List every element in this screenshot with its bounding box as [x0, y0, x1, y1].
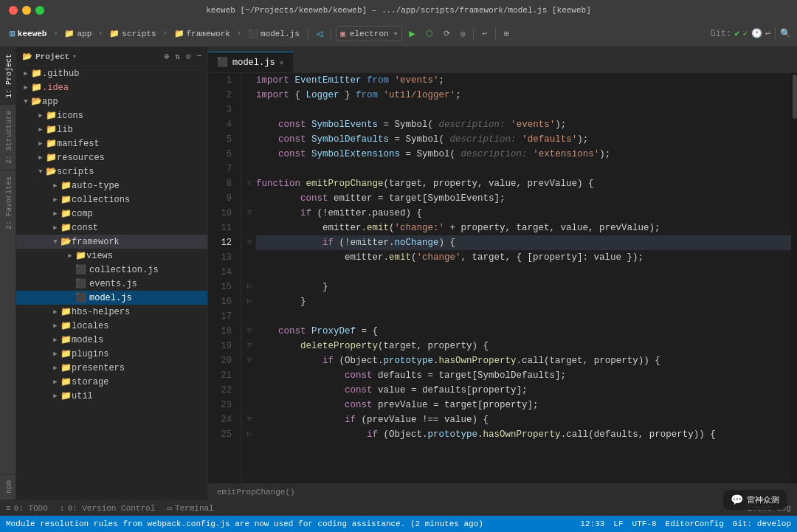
- tree-node-util[interactable]: ▶ 📁 util: [16, 389, 207, 403]
- app-icon[interactable]: ⊠ keeweb: [6, 26, 50, 42]
- wechat-icon: 💬: [731, 494, 743, 506]
- tree-node-scripts[interactable]: ▼ 📂 scripts: [16, 165, 207, 179]
- tree-add-icon[interactable]: ⊕: [165, 52, 170, 61]
- tree-node-icons[interactable]: ▶ 📁 icons: [16, 108, 207, 122]
- maximize-button[interactable]: [35, 6, 44, 15]
- chevron-icon: ▶: [52, 364, 59, 372]
- tab-label: 9: Version Control: [67, 504, 155, 513]
- git-check-icon: ✔: [734, 28, 739, 39]
- tree-node-views[interactable]: ▶ 📁 views: [16, 249, 207, 263]
- tree-node-autotype[interactable]: ▶ 📁 auto-type: [16, 179, 207, 193]
- ln-14: 14: [208, 265, 232, 280]
- tree-node-manifest[interactable]: ▶ 📁 manifest: [16, 137, 207, 151]
- tree-node-models[interactable]: ▶ 📁 models: [16, 333, 207, 347]
- tree-node-lib[interactable]: ▶ 📁 lib: [16, 122, 207, 137]
- folder-icon-3: 📁: [174, 29, 184, 38]
- chevron-icon: ▼: [37, 168, 44, 176]
- separator-4: [495, 27, 496, 41]
- tab-close-button[interactable]: ✕: [280, 58, 284, 67]
- tree-sort-icon[interactable]: ⇅: [175, 52, 180, 61]
- wechat-label: 雷神众测: [747, 494, 779, 505]
- tree-settings-icon[interactable]: ⚙: [186, 52, 191, 61]
- tab-model-js[interactable]: ⬛ model.js ✕: [208, 52, 294, 72]
- token: = Symbol(: [389, 132, 444, 147]
- breadcrumb-label-4: model.js: [261, 30, 300, 38]
- chevron-icon: ▶: [37, 111, 44, 120]
- ln-15: 15: [208, 280, 232, 294]
- chevron-icon: ▶: [52, 378, 59, 386]
- tree-collapse-icon[interactable]: −: [196, 52, 201, 61]
- undo-button[interactable]: ↩: [478, 27, 491, 41]
- tree-node-idea[interactable]: ▶ 📁 .idea: [16, 80, 207, 94]
- minimap: [791, 73, 797, 483]
- code-line-5: const SymbolDefaults = Symbol( descripti…: [256, 132, 791, 147]
- token: (target, property) {: [378, 339, 489, 353]
- step-over-button[interactable]: ⟳: [440, 27, 454, 41]
- code-line-23: const prevValue = target[property];: [256, 398, 791, 412]
- run-button[interactable]: ▶: [405, 25, 418, 42]
- project-button[interactable]: ⊞: [500, 27, 513, 41]
- breadcrumb-scripts[interactable]: 📁 scripts: [106, 27, 159, 41]
- tree-node-framework[interactable]: ▼ 📂 framework: [16, 235, 207, 249]
- back-button[interactable]: ◁: [313, 25, 326, 42]
- todo-icon: ≡: [6, 504, 11, 513]
- tree-node-hbs[interactable]: ▶ 📁 hbs-helpers: [16, 305, 207, 319]
- tree-header: 📂 Project ▾ ⊕ ⇅ ⚙ −: [16, 47, 207, 66]
- token: [300, 176, 306, 191]
- breadcrumb-file[interactable]: ⬛ model.js: [244, 27, 303, 41]
- code-line-2: import { Logger } from 'util/logger' ;: [256, 88, 791, 103]
- code-line-14: [256, 265, 791, 280]
- side-tab-npm[interactable]: npm: [0, 474, 15, 500]
- tree-node-resources[interactable]: ▶ 📁 resources: [16, 151, 207, 165]
- chevron-icon: ▶: [52, 350, 59, 358]
- tree-node-events-js[interactable]: ⬛ events.js: [16, 277, 207, 291]
- folder-icon-1: 📁: [64, 29, 75, 38]
- search-icon[interactable]: 🔍: [780, 28, 791, 39]
- token: [528, 147, 534, 162]
- tree-node-const[interactable]: ▶ 📁 const: [16, 221, 207, 235]
- side-tab-favorites[interactable]: 2: Favorites: [0, 170, 15, 235]
- tree-node-presenters[interactable]: ▶ 📁 presenters: [16, 361, 207, 375]
- tree-node-comp[interactable]: ▶ 📁 comp: [16, 207, 207, 221]
- side-tab-project[interactable]: 1: Project: [0, 47, 15, 104]
- folder-icon-manifest: 📁: [46, 138, 57, 149]
- status-message: Module resolution rules from webpack.con…: [6, 519, 483, 528]
- side-tab-structure[interactable]: 2: Structure: [0, 104, 15, 170]
- tree-node-storage[interactable]: ▶ 📁 storage: [16, 375, 207, 389]
- coverage-button[interactable]: ◎: [457, 27, 469, 41]
- folder-icon-comp: 📁: [61, 208, 72, 219]
- token: import: [256, 73, 289, 88]
- tree-node-app[interactable]: ▼ 📂 app: [16, 94, 207, 108]
- ln-16: 16: [208, 294, 232, 309]
- fold-icon-25: ▷: [247, 427, 252, 442]
- tree-node-collections[interactable]: ▶ 📁 collections: [16, 193, 207, 207]
- run-config-dropdown[interactable]: ▣ electron ▾: [336, 26, 402, 41]
- bottom-tab-todo[interactable]: ≡ 6: TODO: [6, 504, 48, 513]
- tree-title: Project: [35, 52, 69, 61]
- node-label: util: [72, 391, 93, 401]
- tree-node-locales[interactable]: ▶ 📁 locales: [16, 319, 207, 333]
- node-label: events.js: [89, 279, 137, 289]
- token: (: [411, 250, 417, 265]
- bottom-tab-vcs[interactable]: ↕ 9: Version Control: [60, 504, 155, 513]
- breadcrumb-app[interactable]: 📁 app: [61, 27, 95, 41]
- breadcrumb-framework[interactable]: 📁 framework: [170, 27, 234, 41]
- chevron-icon: ▶: [37, 153, 44, 162]
- tree-node-collection-js[interactable]: ⬛ collection.js: [16, 263, 207, 277]
- token: SymbolExtensions: [311, 147, 400, 162]
- minimize-button[interactable]: [22, 6, 31, 15]
- breadcrumb-arrow-1: ›: [53, 30, 58, 38]
- token: {: [289, 88, 306, 103]
- tree-node-plugins[interactable]: ▶ 📁 plugins: [16, 347, 207, 361]
- separator-2: [331, 27, 331, 41]
- bottom-tab-terminal[interactable]: ▭ Terminal: [167, 503, 213, 513]
- debug-button[interactable]: ⬡: [422, 27, 437, 41]
- code-editor[interactable]: 1 2 3 4 5 6 7 8 9 10 11 12 13 14 15 16 1: [208, 73, 797, 483]
- token: const: [278, 132, 306, 147]
- node-label: lib: [57, 125, 73, 135]
- close-button[interactable]: [9, 6, 18, 15]
- tree-node-github[interactable]: ▶ 📁 .github: [16, 66, 207, 80]
- node-label: hbs-helpers: [72, 307, 130, 317]
- tree-node-model-js[interactable]: ⬛ model.js: [16, 291, 207, 305]
- token: const: [300, 191, 328, 206]
